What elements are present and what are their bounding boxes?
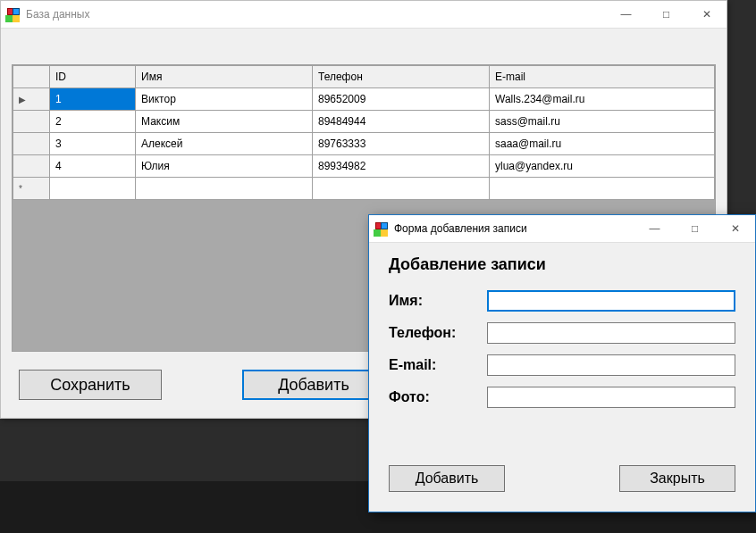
- form-row-email: E-mail:: [389, 354, 735, 376]
- dialog-button-bar: Добавить Закрыть: [389, 465, 735, 492]
- save-button[interactable]: Сохранить: [19, 370, 162, 400]
- cell-empty[interactable]: [313, 178, 490, 200]
- row-header[interactable]: ▶: [13, 88, 50, 111]
- label-email: E-mail:: [389, 357, 487, 373]
- cell-id[interactable]: 2: [50, 111, 136, 133]
- input-name[interactable]: [487, 290, 735, 312]
- table-row[interactable]: 3Алексей89763333saaa@mail.ru: [13, 133, 715, 155]
- row-header[interactable]: [13, 133, 50, 155]
- minimize-icon: —: [650, 222, 660, 235]
- form-row-name: Имя:: [389, 290, 735, 312]
- col-header-email[interactable]: E-mail: [490, 66, 715, 88]
- dialog-maximize-button[interactable]: □: [675, 215, 715, 242]
- dialog-title: Форма добавления записи: [394, 222, 634, 235]
- input-email[interactable]: [487, 354, 735, 376]
- col-header-id[interactable]: ID: [50, 66, 136, 88]
- cell-email[interactable]: sass@mail.ru: [490, 111, 715, 133]
- dialog-minimize-button[interactable]: —: [634, 215, 675, 242]
- app-icon: [374, 221, 389, 236]
- table-row[interactable]: 2Максим89484944sass@mail.ru: [13, 111, 715, 133]
- col-header-name[interactable]: Имя: [136, 66, 313, 88]
- dialog-add-button[interactable]: Добавить: [389, 465, 505, 492]
- add-button[interactable]: Добавить: [242, 370, 385, 400]
- dialog-close-action[interactable]: Закрыть: [619, 465, 735, 492]
- cell-name[interactable]: Юлия: [136, 155, 313, 178]
- cell-name[interactable]: Алексей: [136, 133, 313, 155]
- table-new-row[interactable]: *: [13, 178, 715, 200]
- cell-empty[interactable]: [490, 178, 715, 200]
- close-button[interactable]: ✕: [686, 1, 727, 28]
- dialog-titlebar[interactable]: Форма добавления записи — □ ✕: [369, 215, 755, 243]
- input-phone[interactable]: [487, 322, 735, 344]
- maximize-button[interactable]: □: [646, 1, 686, 28]
- cell-id[interactable]: 3: [50, 133, 136, 155]
- cell-id[interactable]: 4: [50, 155, 136, 178]
- row-header-new[interactable]: *: [13, 178, 50, 200]
- row-header[interactable]: [13, 111, 50, 133]
- dialog-heading: Добавление записи: [389, 255, 735, 274]
- main-window-title: База данных: [26, 8, 606, 21]
- cell-phone[interactable]: 89484944: [313, 111, 490, 133]
- minimize-icon: —: [621, 8, 632, 21]
- add-record-dialog: Форма добавления записи — □ ✕ Добавление…: [368, 214, 756, 512]
- form-row-phone: Телефон:: [389, 322, 735, 344]
- table-row[interactable]: 4Юлия89934982ylua@yandex.ru: [13, 155, 715, 178]
- grid-header-row: ID Имя Телефон E-mail: [13, 66, 715, 88]
- form-row-photo: Фото:: [389, 387, 735, 408]
- label-phone: Телефон:: [389, 325, 487, 341]
- grid-corner: [13, 66, 50, 88]
- label-name: Имя:: [389, 293, 487, 309]
- cell-empty[interactable]: [50, 178, 136, 200]
- maximize-icon: □: [692, 222, 698, 235]
- cell-empty[interactable]: [136, 178, 313, 200]
- input-photo[interactable]: [487, 387, 735, 408]
- row-header[interactable]: [13, 155, 50, 178]
- close-icon: ✕: [702, 8, 711, 21]
- minimize-button[interactable]: —: [606, 1, 646, 28]
- cell-name[interactable]: Виктор: [136, 88, 313, 111]
- cell-id[interactable]: 1: [50, 88, 136, 111]
- cell-email[interactable]: ylua@yandex.ru: [490, 155, 715, 178]
- cell-email[interactable]: Walls.234@mail.ru: [490, 88, 715, 111]
- main-button-bar: Сохранить Добавить: [19, 370, 385, 400]
- cell-phone[interactable]: 89652009: [313, 88, 490, 111]
- main-titlebar[interactable]: База данных — □ ✕: [1, 1, 727, 29]
- col-header-phone[interactable]: Телефон: [313, 66, 490, 88]
- close-icon: ✕: [731, 222, 740, 235]
- app-icon: [6, 7, 21, 21]
- cell-phone[interactable]: 89763333: [313, 133, 490, 155]
- label-photo: Фото:: [389, 389, 487, 405]
- cell-name[interactable]: Максим: [136, 111, 313, 133]
- maximize-icon: □: [663, 8, 669, 21]
- cell-phone[interactable]: 89934982: [313, 155, 490, 178]
- dialog-close-button[interactable]: ✕: [715, 215, 755, 242]
- cell-email[interactable]: saaa@mail.ru: [490, 133, 715, 155]
- table-row[interactable]: ▶1Виктор89652009Walls.234@mail.ru: [13, 88, 715, 111]
